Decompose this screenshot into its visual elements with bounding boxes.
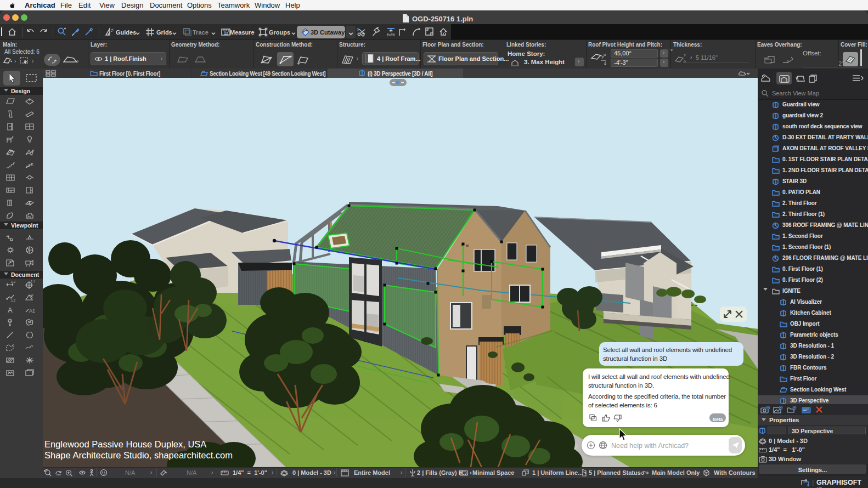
svg-text:α: α <box>604 53 606 56</box>
svg-text:Englewood Passive House Duplex: Englewood Passive House Duplex, USA <box>44 439 206 449</box>
svg-text:12: 12 <box>224 31 228 35</box>
svg-text:A: A <box>8 306 13 314</box>
svg-text:1.2: 1.2 <box>11 280 15 283</box>
svg-text:Shape Architecture Studio, sha: Shape Architecture Studio, shapearchitec… <box>44 450 233 460</box>
svg-text:α: α <box>31 293 33 297</box>
svg-text:A1: A1 <box>29 308 35 314</box>
svg-text:1.2: 1.2 <box>31 280 35 283</box>
svg-text:1.2: 1.2 <box>11 299 15 302</box>
